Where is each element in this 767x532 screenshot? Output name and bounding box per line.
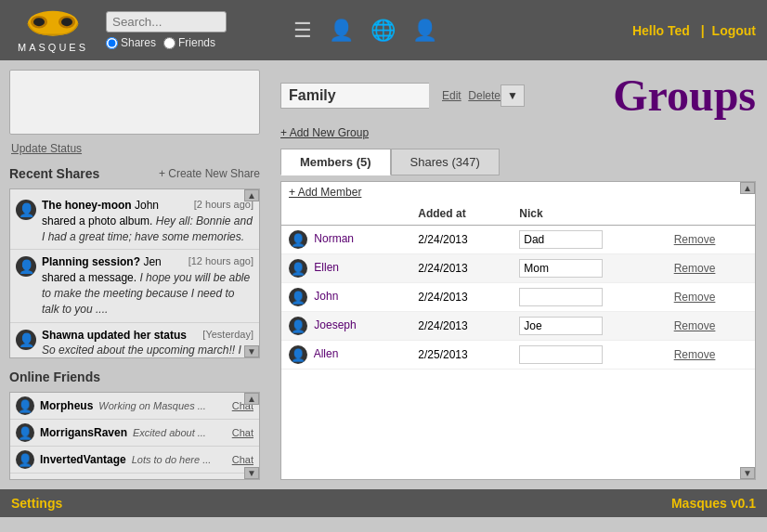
friend-name[interactable]: MorrigansRaven bbox=[40, 426, 127, 439]
member-remove-link[interactable]: Remove bbox=[674, 319, 716, 332]
top-right-nav: Hello Ted | Logout bbox=[629, 23, 756, 38]
status-box[interactable] bbox=[9, 70, 260, 135]
members-table: Added at Nick 👤 Norman 2/24/2013 Remove bbox=[281, 202, 755, 370]
member-avatar: 👤 bbox=[289, 230, 307, 249]
members-scroll-up[interactable]: ▲ bbox=[740, 182, 755, 194]
friends-list-container: 👤 Morpheus Working on Masques ... Chat 👤… bbox=[9, 392, 260, 480]
greeting-text: Hello Ted bbox=[632, 23, 690, 38]
friend-chat-link[interactable]: Chat bbox=[232, 427, 254, 438]
member-nick-input[interactable] bbox=[519, 259, 603, 278]
share-content: [2 hours ago] The honey-moon John shared… bbox=[42, 198, 254, 244]
member-added-cell: 2/24/2013 bbox=[410, 226, 512, 254]
member-nick-input[interactable] bbox=[519, 288, 603, 306]
group-name-display: Family bbox=[280, 83, 429, 109]
col-header-remove bbox=[667, 202, 755, 226]
friend-avatar: 👤 bbox=[16, 423, 34, 442]
friend-item: 👤 InvertedVantage Lots to do here ... Ch… bbox=[10, 447, 259, 474]
friend-chat-link[interactable]: Chat bbox=[232, 454, 254, 465]
member-remove-cell: Remove bbox=[667, 341, 755, 370]
main-content: Update Status Recent Shares + Create New… bbox=[0, 60, 767, 489]
member-nick-input[interactable] bbox=[519, 345, 603, 364]
member-nick-input[interactable] bbox=[519, 317, 603, 335]
share-avatar: 👤 bbox=[16, 200, 36, 220]
member-nick-cell bbox=[512, 312, 666, 341]
group-dropdown-button[interactable]: ▼ bbox=[500, 84, 525, 107]
share-title[interactable]: Shawna updated her status bbox=[42, 329, 187, 342]
tabs-row: Members (5) Shares (347) bbox=[280, 149, 756, 175]
nav-icons: ☰ 👤 🌐 👤 bbox=[293, 19, 437, 43]
member-remove-cell: Remove bbox=[667, 283, 755, 312]
member-added-cell: 2/24/2013 bbox=[410, 312, 512, 341]
table-row: 👤 Joeseph 2/24/2013 Remove bbox=[281, 312, 755, 341]
shares-scroll-up[interactable]: ▲ bbox=[244, 189, 259, 201]
share-title[interactable]: The honey-moon bbox=[42, 199, 132, 212]
member-name-link[interactable]: Joeseph bbox=[314, 318, 356, 331]
member-remove-link[interactable]: Remove bbox=[674, 233, 716, 246]
tab-members[interactable]: Members (5) bbox=[280, 149, 391, 175]
member-nick-input[interactable] bbox=[519, 230, 603, 249]
recent-shares-title: Recent Shares bbox=[9, 166, 99, 181]
member-nick-cell bbox=[512, 283, 666, 312]
right-panel: Family Edit Delete ▼ Groups + Add New Gr… bbox=[269, 60, 767, 489]
search-input[interactable] bbox=[106, 11, 227, 32]
friend-name[interactable]: InvertedVantage bbox=[40, 453, 126, 466]
share-title[interactable]: Planning session? bbox=[42, 255, 140, 268]
logo-icon bbox=[25, 7, 81, 40]
member-remove-link[interactable]: Remove bbox=[674, 291, 716, 304]
settings-link[interactable]: Settings bbox=[11, 496, 62, 511]
svg-point-4 bbox=[61, 18, 72, 26]
logo-text: MASQUES bbox=[18, 42, 88, 53]
friend-status: Excited about ... bbox=[133, 427, 227, 438]
member-nick-cell bbox=[512, 254, 666, 283]
share-time: [Yesterday] bbox=[202, 328, 254, 342]
group-edit-link[interactable]: Edit bbox=[442, 89, 462, 102]
member-name-link[interactable]: Allen bbox=[314, 347, 339, 360]
tab-shares[interactable]: Shares (347) bbox=[391, 149, 500, 175]
search-radios: Shares Friends bbox=[106, 36, 227, 49]
search-shares-radio[interactable]: Shares bbox=[106, 36, 156, 49]
left-panel: Update Status Recent Shares + Create New… bbox=[0, 60, 269, 489]
share-time: [12 hours ago] bbox=[188, 254, 254, 268]
globe-icon[interactable]: 🌐 bbox=[370, 19, 396, 43]
add-member-link[interactable]: + Add Member bbox=[281, 182, 755, 202]
member-remove-cell: Remove bbox=[667, 254, 755, 283]
share-item: 👤 [2 hours ago] The honey-moon John shar… bbox=[10, 193, 259, 250]
friends-scroll-down[interactable]: ▼ bbox=[244, 467, 259, 479]
person-icon[interactable]: 👤 bbox=[329, 19, 354, 43]
member-remove-link[interactable]: Remove bbox=[674, 262, 716, 275]
col-header-nick: Nick bbox=[512, 202, 666, 226]
shares-list: 👤 [2 hours ago] The honey-moon John shar… bbox=[10, 189, 259, 357]
members-tbody: 👤 Norman 2/24/2013 Remove 👤 Ellen 2/24/2… bbox=[281, 226, 755, 370]
search-area: Shares Friends bbox=[106, 11, 227, 49]
shares-list-container: 👤 [2 hours ago] The honey-moon John shar… bbox=[9, 188, 260, 358]
share-item: 👤 [Yesterday] Shawna updated her status … bbox=[10, 323, 259, 357]
member-name-cell: 👤 Joeseph bbox=[281, 312, 410, 341]
member-name-link[interactable]: Norman bbox=[314, 232, 354, 245]
col-header-name bbox=[281, 202, 410, 226]
table-row: 👤 Norman 2/24/2013 Remove bbox=[281, 226, 755, 254]
profile-icon[interactable]: 👤 bbox=[412, 19, 437, 43]
member-added-cell: 2/24/2013 bbox=[410, 283, 512, 312]
members-scroll-down[interactable]: ▼ bbox=[740, 467, 755, 479]
create-new-share-link[interactable]: + Create New Share bbox=[159, 167, 260, 180]
add-new-group-link[interactable]: + Add New Group bbox=[280, 126, 756, 139]
menu-icon[interactable]: ☰ bbox=[293, 19, 312, 43]
share-item: 👤 [12 hours ago] Planning session? Jen s… bbox=[10, 250, 259, 322]
member-remove-link[interactable]: Remove bbox=[674, 348, 716, 361]
member-added-cell: 2/25/2013 bbox=[410, 341, 512, 370]
members-table-container: + Add Member Added at Nick 👤 Norman 2/24… bbox=[280, 181, 756, 480]
logo-area: MASQUES bbox=[11, 7, 95, 53]
friends-scroll-up[interactable]: ▲ bbox=[244, 393, 259, 405]
friend-name[interactable]: Morpheus bbox=[40, 399, 93, 412]
shares-scroll-down[interactable]: ▼ bbox=[244, 345, 259, 357]
member-name-link[interactable]: Ellen bbox=[314, 261, 339, 274]
search-friends-radio[interactable]: Friends bbox=[163, 36, 215, 49]
member-added-cell: 2/24/2013 bbox=[410, 254, 512, 283]
table-row: 👤 John 2/24/2013 Remove bbox=[281, 283, 755, 312]
groups-title: Groups bbox=[613, 70, 756, 121]
member-name-cell: 👤 Allen bbox=[281, 341, 410, 370]
group-delete-link[interactable]: Delete bbox=[468, 89, 500, 102]
logout-link[interactable]: Logout bbox=[712, 23, 756, 38]
member-name-link[interactable]: John bbox=[314, 290, 338, 303]
update-status-link[interactable]: Update Status bbox=[9, 142, 260, 155]
